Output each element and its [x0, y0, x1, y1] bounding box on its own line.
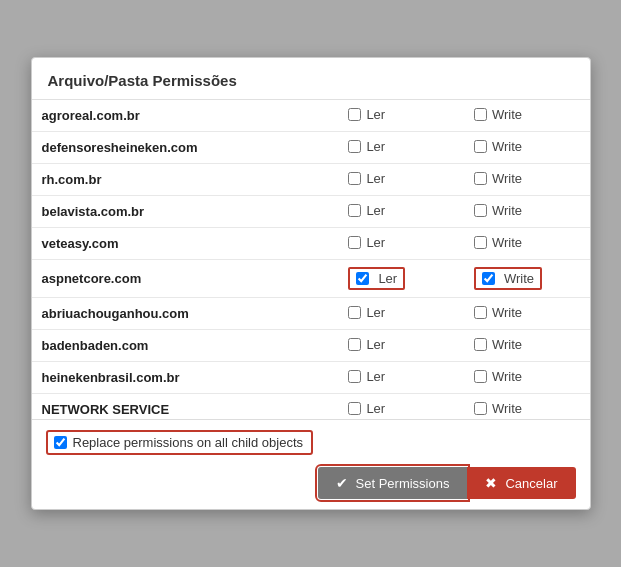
write-cell: Write [464, 298, 590, 330]
dialog: Arquivo/Pasta Permissões agroreal.com.br… [31, 57, 591, 510]
ler-label: Ler [366, 235, 385, 250]
ler-cell: Ler [338, 196, 464, 228]
ler-cell: Ler [338, 132, 464, 164]
write-checkbox[interactable] [474, 108, 487, 121]
ler-cell: Ler [338, 100, 464, 132]
row-name-cell: abriuachouganhou.com [32, 298, 339, 330]
table-row: NETWORK SERVICELerWrite [32, 394, 590, 421]
write-cell: Write [464, 362, 590, 394]
write-label: Write [492, 401, 522, 416]
table-row: aspnetcore.comLerWrite [32, 260, 590, 298]
write-cell: Write [464, 164, 590, 196]
table-row: belavista.com.brLerWrite [32, 196, 590, 228]
checkmark-icon: ✔ [336, 475, 348, 491]
row-name-cell: rh.com.br [32, 164, 339, 196]
ler-checkbox[interactable] [356, 272, 369, 285]
ler-label: Ler [366, 337, 385, 352]
ler-label: Ler [378, 271, 397, 286]
table-row: rh.com.brLerWrite [32, 164, 590, 196]
set-permissions-label: Set Permissions [356, 476, 450, 491]
cancel-label: Cancelar [505, 476, 557, 491]
x-icon: ✖ [485, 475, 497, 491]
write-cell: Write [464, 330, 590, 362]
write-checkbox[interactable] [474, 236, 487, 249]
permissions-table: agroreal.com.brLerWritedefensoresheineke… [32, 100, 590, 420]
ler-label: Ler [366, 305, 385, 320]
ler-checkbox[interactable] [348, 140, 361, 153]
write-label: Write [492, 171, 522, 186]
table-row: abriuachouganhou.comLerWrite [32, 298, 590, 330]
write-cell: Write [464, 196, 590, 228]
ler-cell: Ler [338, 330, 464, 362]
write-checkbox[interactable] [482, 272, 495, 285]
ler-cell: Ler [338, 298, 464, 330]
replace-row: Replace permissions on all child objects [46, 430, 576, 455]
write-checkbox[interactable] [474, 338, 487, 351]
ler-cell: Ler [338, 362, 464, 394]
ler-checkbox[interactable] [348, 402, 361, 415]
write-label: Write [492, 107, 522, 122]
write-label: Write [492, 305, 522, 320]
write-cell: Write [464, 132, 590, 164]
row-name-cell: defensoresheineken.com [32, 132, 339, 164]
ler-checkbox[interactable] [348, 236, 361, 249]
ler-label: Ler [366, 171, 385, 186]
ler-label: Ler [366, 369, 385, 384]
replace-checkbox-wrapper: Replace permissions on all child objects [46, 430, 314, 455]
replace-label: Replace permissions on all child objects [73, 435, 304, 450]
ler-checkbox[interactable] [348, 172, 361, 185]
footer: Replace permissions on all child objects… [32, 420, 590, 509]
replace-checkbox[interactable] [54, 436, 67, 449]
ler-cell: Ler [338, 394, 464, 421]
table-row: defensoresheineken.comLerWrite [32, 132, 590, 164]
button-row: ✔ Set Permissions ✖ Cancelar [46, 467, 576, 499]
dialog-title: Arquivo/Pasta Permissões [32, 58, 590, 100]
set-permissions-button[interactable]: ✔ Set Permissions [318, 467, 468, 499]
table-row: badenbaden.comLerWrite [32, 330, 590, 362]
ler-cell: Ler [338, 260, 464, 298]
write-checkbox[interactable] [474, 172, 487, 185]
ler-checkbox[interactable] [348, 108, 361, 121]
ler-label: Ler [366, 401, 385, 416]
write-label: Write [492, 203, 522, 218]
row-name-cell: badenbaden.com [32, 330, 339, 362]
write-checkbox[interactable] [474, 204, 487, 217]
row-name-cell: veteasy.com [32, 228, 339, 260]
write-cell: Write [464, 228, 590, 260]
row-name-cell: agroreal.com.br [32, 100, 339, 132]
write-cell: Write [464, 100, 590, 132]
row-name-cell: belavista.com.br [32, 196, 339, 228]
table-row: veteasy.comLerWrite [32, 228, 590, 260]
ler-label: Ler [366, 107, 385, 122]
write-label: Write [504, 271, 534, 286]
write-checkbox[interactable] [474, 306, 487, 319]
ler-label: Ler [366, 139, 385, 154]
permissions-table-area: agroreal.com.brLerWritedefensoresheineke… [32, 100, 590, 420]
write-checkbox[interactable] [474, 402, 487, 415]
write-label: Write [492, 235, 522, 250]
write-checkbox[interactable] [474, 140, 487, 153]
row-name-cell: NETWORK SERVICE [32, 394, 339, 421]
row-name-cell: aspnetcore.com [32, 260, 339, 298]
ler-checkbox[interactable] [348, 306, 361, 319]
ler-checkbox[interactable] [348, 370, 361, 383]
ler-checkbox[interactable] [348, 338, 361, 351]
ler-cell: Ler [338, 164, 464, 196]
write-label: Write [492, 337, 522, 352]
table-row: heinekenbrasil.com.brLerWrite [32, 362, 590, 394]
ler-cell: Ler [338, 228, 464, 260]
ler-checkbox[interactable] [348, 204, 361, 217]
write-label: Write [492, 139, 522, 154]
row-name-cell: heinekenbrasil.com.br [32, 362, 339, 394]
write-checkbox[interactable] [474, 370, 487, 383]
ler-label: Ler [366, 203, 385, 218]
table-row: agroreal.com.brLerWrite [32, 100, 590, 132]
write-label: Write [492, 369, 522, 384]
cancel-button[interactable]: ✖ Cancelar [467, 467, 575, 499]
write-cell: Write [464, 260, 590, 298]
write-cell: Write [464, 394, 590, 421]
